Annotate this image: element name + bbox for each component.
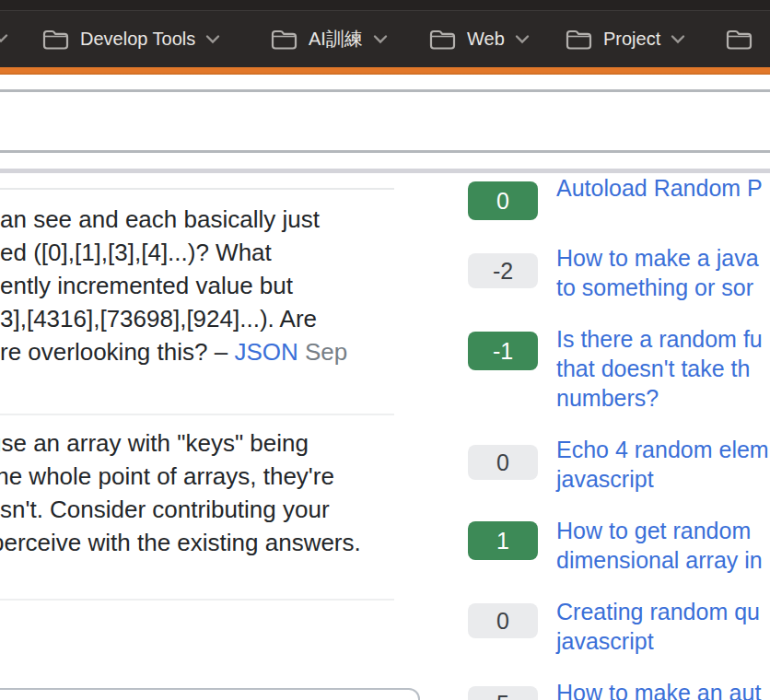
- vote-count-badge: 5: [468, 686, 538, 700]
- related-question-link[interactable]: Is there a random fu: [556, 324, 763, 354]
- bookmark-label: Web: [467, 29, 505, 50]
- related-question-link[interactable]: dimensional array in: [556, 545, 763, 575]
- bookmark-label: Develop Tools: [80, 29, 195, 50]
- bookmarks-bar: Develop Tools AI訓練 Web Project: [0, 11, 770, 67]
- vote-count-badge: -1: [468, 332, 538, 370]
- bookmark-folder-develop-tools[interactable]: Develop Tools: [41, 11, 220, 67]
- comment-date: Sep: [305, 338, 347, 366]
- bookmark-label: Project: [603, 29, 660, 50]
- browser-accent-bar: [0, 67, 770, 75]
- related-question-link[interactable]: numbers?: [556, 383, 659, 413]
- comment-text: the whole point of arrays, they're: [0, 460, 334, 493]
- divider: [0, 89, 770, 92]
- vote-count-badge: 0: [468, 603, 538, 638]
- vote-count-badge: 0: [468, 445, 538, 480]
- comment-text: perceive with the existing answers.: [0, 526, 361, 559]
- bookmark-folder-ai-training[interactable]: AI訓練: [270, 11, 388, 67]
- folder-icon: [725, 28, 753, 52]
- folder-icon: [428, 28, 457, 52]
- comment-text: 3],[4316],[73698],[924]...). Are: [0, 302, 317, 335]
- related-question-link[interactable]: that doesn't take th: [556, 354, 750, 383]
- chevron-down-icon: [373, 34, 388, 44]
- related-question-link[interactable]: to something or sor: [556, 273, 753, 302]
- comment-date: [298, 338, 305, 366]
- window-top-strip: [0, 0, 770, 11]
- folder-icon: [41, 28, 70, 52]
- comment-text: sn't. Consider contributing your: [0, 493, 330, 526]
- related-question-link[interactable]: How to make a java: [556, 243, 759, 273]
- divider: [0, 188, 394, 190]
- vote-count-badge: 0: [468, 181, 538, 220]
- comment-author-link[interactable]: JSON: [234, 338, 298, 366]
- chevron-down-icon: [515, 34, 530, 44]
- bookmark-folder-project[interactable]: Project: [565, 11, 685, 67]
- comment-text: ently incremented value but: [0, 269, 293, 302]
- comment-text: ed ([0],[1],[3],[4]...)? What: [0, 236, 272, 269]
- folder-icon: [270, 28, 298, 52]
- related-question-link[interactable]: javascript: [556, 464, 654, 494]
- related-question-link[interactable]: Echo 4 random elem: [556, 435, 769, 464]
- related-question-link[interactable]: Autoload Random P: [556, 173, 763, 203]
- bookmark-folder-cutoff[interactable]: [725, 11, 764, 67]
- vote-count-badge: 1: [468, 521, 538, 560]
- related-question-link[interactable]: Creating random qu: [556, 597, 760, 626]
- bookmark-label: AI訓練: [309, 27, 363, 52]
- chevron-down-icon: [0, 33, 8, 43]
- divider: [0, 150, 770, 153]
- related-question-link[interactable]: javascript: [556, 626, 654, 656]
- add-comment-box[interactable]: [0, 688, 420, 700]
- chevron-down-icon: [671, 34, 685, 44]
- divider: [0, 599, 394, 601]
- comment-text: re overlooking this? – JSON Sep: [0, 335, 347, 368]
- divider: [0, 414, 394, 415]
- chevron-down-icon: [205, 34, 220, 44]
- related-question-link[interactable]: How to make an aut: [556, 678, 761, 700]
- comment-text: an see and each basically just: [0, 203, 320, 236]
- folder-icon: [565, 28, 593, 52]
- related-question-link[interactable]: How to get random: [556, 516, 751, 545]
- bookmark-folder-web[interactable]: Web: [428, 11, 530, 67]
- vote-count-badge: -2: [468, 253, 538, 288]
- comment-text: use an array with "keys" being: [0, 426, 309, 460]
